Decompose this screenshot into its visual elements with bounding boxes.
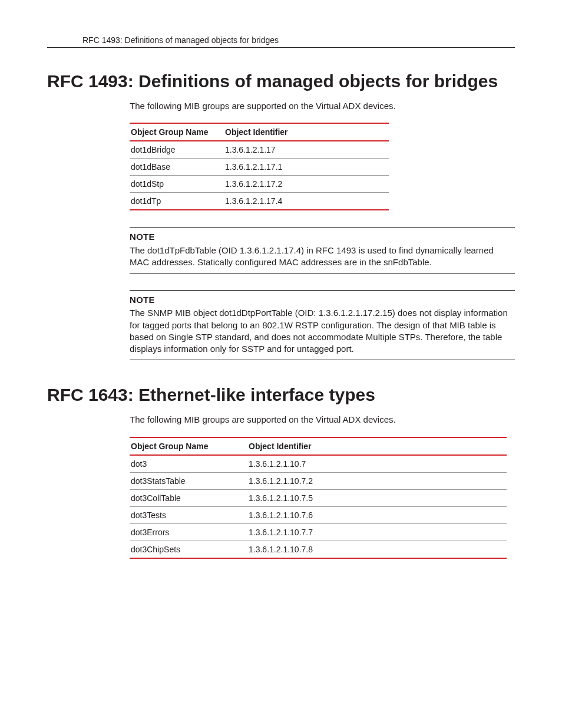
cell-name: dot1dTp [130, 193, 224, 210]
cell-name: dot3 [130, 455, 247, 473]
cell-name: dot1dBridge [130, 141, 224, 159]
cell-oid: 1.3.6.1.2.1.17.4 [224, 193, 389, 210]
cell-name: dot3Tests [130, 506, 247, 523]
note-label: NOTE [130, 231, 515, 243]
cell-oid: 1.3.6.1.2.1.10.7.8 [247, 541, 507, 558]
note-text: The dot1dTpFdbTable (OID 1.3.6.1.2.1.17.… [130, 245, 515, 269]
section1-intro: The following MIB groups are supported o… [130, 100, 515, 112]
section1-table: Object Group Name Object Identifier dot1… [130, 123, 389, 210]
cell-name: dot3ChipSets [130, 541, 247, 558]
note-text: The SNMP MIB object dot1dDtpPortTable (O… [130, 307, 515, 355]
col-header-oid: Object Identifier [224, 123, 389, 141]
col-header-name: Object Group Name [130, 123, 224, 141]
cell-oid: 1.3.6.1.2.1.17.1 [224, 159, 389, 176]
cell-oid: 1.3.6.1.2.1.10.7.5 [247, 489, 507, 506]
cell-oid: 1.3.6.1.2.1.10.7 [247, 455, 507, 473]
cell-oid: 1.3.6.1.2.1.10.7.2 [247, 472, 507, 489]
table-row: dot1dTp 1.3.6.1.2.1.17.4 [130, 193, 389, 210]
col-header-oid: Object Identifier [247, 437, 507, 455]
section-title-rfc1493: RFC 1493: Definitions of managed objects… [47, 71, 515, 91]
section2-table: Object Group Name Object Identifier dot3… [130, 437, 507, 559]
table-row: dot1dBridge 1.3.6.1.2.1.17 [130, 141, 389, 159]
cell-name: dot1dBase [130, 159, 224, 176]
cell-name: dot3StatsTable [130, 472, 247, 489]
section2-intro: The following MIB groups are supported o… [130, 414, 515, 426]
cell-name: dot3CollTable [130, 489, 247, 506]
table-row: dot3Tests 1.3.6.1.2.1.10.7.6 [130, 506, 507, 523]
table-header-row: Object Group Name Object Identifier [130, 437, 507, 455]
table-row: dot3ChipSets 1.3.6.1.2.1.10.7.8 [130, 541, 507, 558]
running-header: RFC 1493: Definitions of managed objects… [82, 35, 515, 45]
note-block-1: NOTE The dot1dTpFdbTable (OID 1.3.6.1.2.… [130, 227, 515, 274]
header-rule [47, 47, 515, 48]
note-block-2: NOTE The SNMP MIB object dot1dDtpPortTab… [130, 290, 515, 360]
cell-oid: 1.3.6.1.2.1.17 [224, 141, 389, 159]
section-title-rfc1643: RFC 1643: Ethernet-like interface types [47, 385, 515, 405]
table-header-row: Object Group Name Object Identifier [130, 123, 389, 141]
table-row: dot3 1.3.6.1.2.1.10.7 [130, 455, 507, 473]
table-row: dot1dStp 1.3.6.1.2.1.17.2 [130, 176, 389, 193]
cell-name: dot1dStp [130, 176, 224, 193]
table-row: dot3Errors 1.3.6.1.2.1.10.7.7 [130, 523, 507, 541]
note-label: NOTE [130, 294, 515, 306]
table-row: dot3CollTable 1.3.6.1.2.1.10.7.5 [130, 489, 507, 506]
cell-oid: 1.3.6.1.2.1.17.2 [224, 176, 389, 193]
cell-oid: 1.3.6.1.2.1.10.7.7 [247, 523, 507, 541]
cell-oid: 1.3.6.1.2.1.10.7.6 [247, 506, 507, 523]
table-row: dot3StatsTable 1.3.6.1.2.1.10.7.2 [130, 472, 507, 489]
cell-name: dot3Errors [130, 523, 247, 541]
table-row: dot1dBase 1.3.6.1.2.1.17.1 [130, 159, 389, 176]
col-header-name: Object Group Name [130, 437, 247, 455]
